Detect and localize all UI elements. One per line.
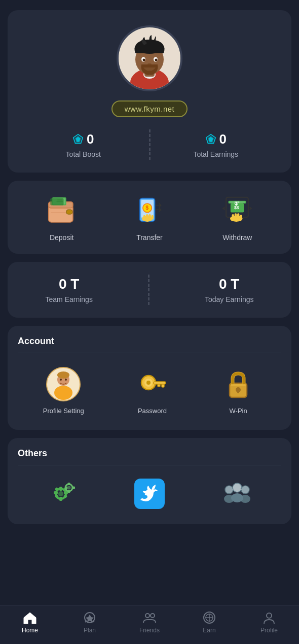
svg-point-66 [58, 491, 63, 496]
svg-rect-63 [237, 390, 239, 393]
svg-rect-70 [64, 491, 68, 494]
svg-point-51 [57, 371, 69, 379]
deposit-button[interactable]: Deposit [44, 193, 80, 242]
account-title: Account [18, 336, 281, 353]
nav-earn[interactable]: Earn [179, 611, 239, 634]
svg-rect-60 [158, 384, 160, 387]
gem-icon-earnings [205, 133, 216, 145]
svg-point-85 [241, 486, 249, 494]
home-nav-label: Home [22, 627, 38, 634]
svg-rect-25 [66, 210, 72, 214]
svg-point-76 [67, 486, 70, 490]
svg-rect-67 [59, 487, 62, 491]
wpin-label: W-Pin [230, 407, 247, 415]
earnings-label: Total Earnings [193, 150, 238, 158]
svg-point-96 [267, 613, 272, 618]
settings-button[interactable] [47, 479, 77, 509]
svg-point-93 [151, 614, 155, 618]
bottom-nav: Home Plan Friends Earn Prof [0, 605, 299, 644]
svg-rect-77 [67, 483, 70, 485]
home-nav-icon [23, 611, 37, 625]
boost-number: 0 [87, 131, 94, 147]
total-boost-stat: 0 Total Boost [18, 131, 149, 158]
profile-card: www.fkym.net 0 Total Boost 0 [8, 10, 291, 173]
svg-point-54 [65, 379, 67, 381]
team-earnings-value: 0 T [59, 276, 79, 292]
today-earnings-value: 0 T [219, 276, 239, 292]
team-earnings: 0 T Team Earnings [46, 276, 93, 303]
svg-point-57 [146, 381, 151, 385]
svg-rect-68 [59, 497, 62, 501]
profile-setting-button[interactable]: Profile Setting [43, 366, 84, 415]
nav-plan[interactable]: Plan [60, 611, 120, 634]
withdraw-icon: $ $ $ $$ [219, 193, 255, 228]
deposit-label: Deposit [50, 233, 73, 242]
earn-nav-icon [202, 611, 216, 625]
withdraw-button[interactable]: $ $ $ $$ Withdraw [219, 193, 255, 242]
friends-nav-label: Friends [139, 627, 160, 634]
nav-home[interactable]: Home [0, 611, 60, 634]
svg-point-82 [141, 495, 147, 499]
password-label: Password [138, 407, 167, 415]
actions-card: Deposit $ Transfer [8, 181, 291, 254]
svg-rect-46 [235, 213, 237, 219]
profile-setting-icon [46, 366, 81, 402]
svg-point-87 [233, 483, 242, 492]
svg-rect-58 [154, 382, 166, 384]
wpin-button[interactable]: W-Pin [220, 366, 256, 415]
today-earnings-label: Today Earnings [205, 295, 254, 303]
total-boost-value: 0 [72, 131, 94, 147]
others-card: Others [8, 438, 291, 524]
share-icon [222, 479, 252, 509]
nav-friends[interactable]: Friends [120, 611, 179, 634]
svg-point-83 [225, 486, 233, 494]
svg-rect-48 [240, 215, 242, 219]
svg-rect-47 [237, 213, 239, 219]
earnings-divider [148, 275, 150, 305]
earnings-number: 0 [219, 131, 227, 147]
svg-rect-33 [143, 215, 145, 220]
transfer-label: Transfer [136, 233, 163, 242]
svg-text:$ $ $: $ $ $ [235, 201, 240, 204]
svg-point-88 [231, 493, 243, 502]
account-card: Account Profile Setting [8, 326, 291, 430]
svg-rect-34 [146, 214, 148, 220]
today-earnings: 0 T Today Earnings [205, 276, 254, 303]
earnings-card: 0 T Team Earnings 0 T Today Earnings [8, 262, 291, 318]
svg-rect-59 [162, 384, 164, 387]
svg-rect-78 [67, 490, 70, 493]
withdraw-label: Withdraw [222, 233, 252, 242]
settings-icon [47, 479, 77, 509]
share-button[interactable] [222, 479, 252, 509]
boost-label: Total Boost [66, 150, 101, 158]
transfer-icon: $ [132, 193, 167, 228]
earn-nav-label: Earn [203, 627, 215, 634]
profile-nav-icon [262, 611, 276, 625]
nav-profile[interactable]: Profile [239, 611, 299, 634]
svg-point-9 [143, 59, 145, 61]
svg-rect-24 [50, 198, 63, 206]
svg-text:$: $ [145, 205, 148, 211]
wpin-icon [220, 366, 256, 402]
others-title: Others [18, 448, 281, 465]
profile-setting-label: Profile Setting [43, 407, 84, 415]
twitter-button[interactable] [134, 479, 165, 509]
others-items [18, 473, 281, 514]
profile-nav-label: Profile [260, 627, 278, 634]
svg-rect-45 [232, 214, 234, 219]
twitter-icon [134, 479, 165, 509]
transfer-button[interactable]: $ Transfer [132, 193, 167, 242]
team-earnings-label: Team Earnings [46, 295, 93, 303]
svg-rect-80 [72, 487, 75, 489]
total-earnings-value: 0 [205, 131, 227, 147]
password-icon [134, 366, 170, 402]
svg-rect-69 [54, 491, 58, 494]
gem-icon-boost [72, 133, 84, 145]
website-text: www.fkym.net [125, 105, 175, 113]
password-button[interactable]: Password [134, 366, 170, 415]
avatar [117, 25, 182, 91]
website-badge: www.fkym.net [111, 100, 188, 117]
svg-point-52 [54, 386, 72, 400]
plan-nav-label: Plan [84, 627, 96, 634]
plan-nav-icon [83, 611, 97, 625]
